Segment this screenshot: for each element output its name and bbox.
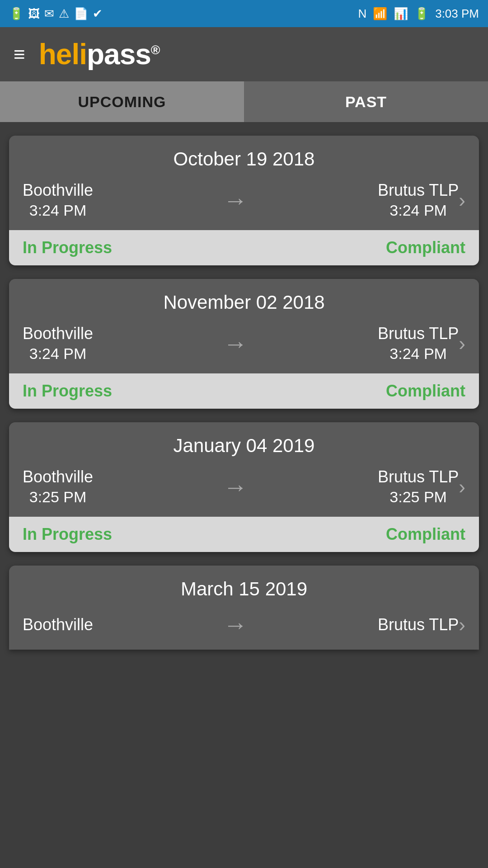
status-compliant-3: Compliant	[386, 525, 465, 544]
route-arrow-icon-1: →	[93, 186, 378, 214]
card-route-3: Boothville 3:25 PM → Brutus TLP 3:25 PM …	[23, 467, 465, 506]
nfc-icon: N	[358, 7, 366, 21]
to-location-4: Brutus TLP	[378, 615, 459, 634]
status-in-progress-3: In Progress	[23, 525, 112, 544]
route-arrow-icon-3: →	[93, 473, 378, 501]
from-location-4: Boothville	[23, 615, 93, 634]
status-icons-right: N 📶 📊 🔋 3:03 PM	[358, 7, 479, 21]
to-time-1: 3:24 PM	[378, 202, 459, 219]
to-location-2: Brutus TLP	[378, 324, 459, 343]
card-bottom-2: In Progress Compliant	[9, 373, 479, 409]
logo-reg: ®	[151, 43, 160, 57]
flight-date-4: March 15 2019	[23, 578, 465, 600]
chevron-right-icon-4: ›	[459, 613, 465, 636]
status-compliant-2: Compliant	[386, 382, 465, 401]
card-route-4: Boothville → Brutus TLP ›	[23, 611, 465, 639]
route-to-2: Brutus TLP 3:24 PM	[378, 324, 459, 363]
flights-list: October 19 2018 Boothville 3:24 PM → Bru…	[0, 122, 488, 663]
doc-icon: 📄	[74, 7, 88, 21]
to-location-3: Brutus TLP	[378, 467, 459, 486]
check-icon: ✔	[93, 7, 103, 21]
route-from-4: Boothville	[23, 615, 93, 634]
flight-card-2[interactable]: November 02 2018 Boothville 3:24 PM → Br…	[9, 279, 479, 409]
route-to-4: Brutus TLP	[378, 615, 459, 634]
from-time-3: 3:25 PM	[23, 488, 93, 506]
logo-pass: pass	[87, 38, 151, 71]
route-to-3: Brutus TLP 3:25 PM	[378, 467, 459, 506]
card-top-1: October 19 2018 Boothville 3:24 PM → Bru…	[9, 136, 479, 230]
hamburger-menu-icon[interactable]: ≡	[14, 43, 25, 66]
route-arrow-icon-2: →	[93, 330, 378, 358]
card-top-2: November 02 2018 Boothville 3:24 PM → Br…	[9, 279, 479, 373]
to-time-3: 3:25 PM	[378, 488, 459, 506]
route-from-1: Boothville 3:24 PM	[23, 181, 93, 219]
card-route-1: Boothville 3:24 PM → Brutus TLP 3:24 PM …	[23, 181, 465, 219]
status-bar: 🔋 🖼 ✉ ⚠ 📄 ✔ N 📶 📊 🔋 3:03 PM	[0, 0, 488, 27]
to-time-2: 3:24 PM	[378, 345, 459, 363]
status-in-progress-1: In Progress	[23, 238, 112, 257]
logo: helipass®	[39, 38, 160, 71]
card-route-2: Boothville 3:24 PM → Brutus TLP 3:24 PM …	[23, 324, 465, 363]
route-arrow-icon-4: →	[93, 611, 378, 639]
flight-card-1[interactable]: October 19 2018 Boothville 3:24 PM → Bru…	[9, 136, 479, 265]
status-in-progress-2: In Progress	[23, 382, 112, 401]
time-display: 3:03 PM	[435, 7, 479, 21]
route-to-1: Brutus TLP 3:24 PM	[378, 181, 459, 219]
wifi-icon: 📶	[373, 7, 387, 21]
flight-date-3: January 04 2019	[23, 435, 465, 457]
logo-heli: heli	[39, 38, 87, 71]
mail-icon: ✉	[44, 7, 54, 21]
flight-date-2: November 02 2018	[23, 292, 465, 313]
tab-upcoming[interactable]: UPCOMING	[0, 81, 244, 122]
header: ≡ helipass®	[0, 27, 488, 81]
chevron-right-icon-3: ›	[459, 476, 465, 498]
to-location-1: Brutus TLP	[378, 181, 459, 200]
warning-icon: ⚠	[59, 7, 69, 21]
from-location-2: Boothville	[23, 324, 93, 343]
flight-date-1: October 19 2018	[23, 148, 465, 170]
tabs: UPCOMING PAST	[0, 81, 488, 122]
card-bottom-1: In Progress Compliant	[9, 230, 479, 265]
flight-card-3[interactable]: January 04 2019 Boothville 3:25 PM → Bru…	[9, 422, 479, 552]
card-bottom-3: In Progress Compliant	[9, 517, 479, 552]
status-icons-left: 🔋 🖼 ✉ ⚠ 📄 ✔	[9, 7, 103, 21]
route-from-3: Boothville 3:25 PM	[23, 467, 93, 506]
chevron-right-icon-1: ›	[459, 189, 465, 212]
from-location-3: Boothville	[23, 467, 93, 486]
status-compliant-1: Compliant	[386, 238, 465, 257]
chevron-right-icon-2: ›	[459, 332, 465, 355]
flight-card-4[interactable]: March 15 2019 Boothville → Brutus TLP ›	[9, 566, 479, 650]
card-top-3: January 04 2019 Boothville 3:25 PM → Bru…	[9, 422, 479, 517]
from-location-1: Boothville	[23, 181, 93, 200]
signal-icon: 📊	[394, 7, 408, 21]
from-time-2: 3:24 PM	[23, 345, 93, 363]
route-from-2: Boothville 3:24 PM	[23, 324, 93, 363]
image-icon: 🖼	[28, 7, 40, 21]
from-time-1: 3:24 PM	[23, 202, 93, 219]
tab-past[interactable]: PAST	[244, 81, 488, 122]
card-top-4: March 15 2019 Boothville → Brutus TLP ›	[9, 566, 479, 650]
battery-icon: 🔋	[414, 7, 429, 21]
battery-icon: 🔋	[9, 7, 23, 21]
